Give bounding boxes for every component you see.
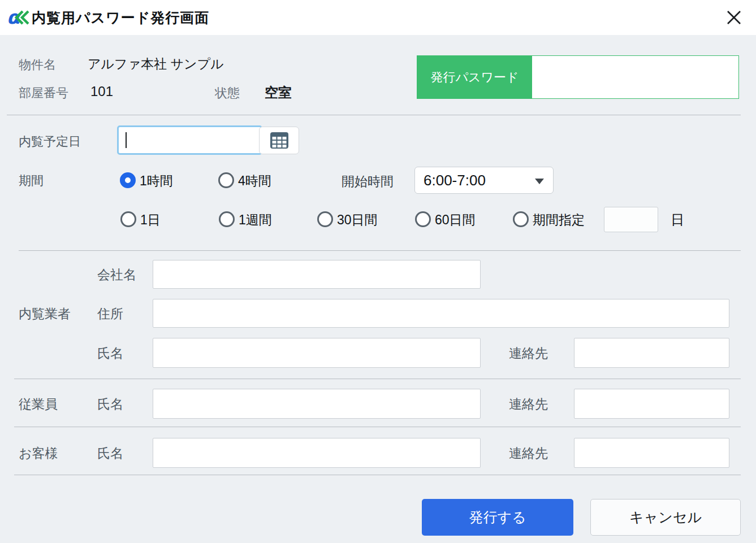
agent-contact-input[interactable] xyxy=(574,338,729,368)
radio-1day-label[interactable]: 1日 xyxy=(140,211,161,229)
radio-1week[interactable] xyxy=(219,211,235,227)
radio-60days[interactable] xyxy=(415,211,431,227)
employee-name-input[interactable] xyxy=(153,389,481,419)
divider xyxy=(14,379,741,379)
dropdown-caret-icon xyxy=(535,179,544,184)
agent-contact-label: 連絡先 xyxy=(509,345,548,362)
dialog-content: 物件名 アルファ本社 サンプル 部屋番号 101 状態 空室 発行パスワード 内… xyxy=(0,35,756,543)
customer-contact-input[interactable] xyxy=(574,438,729,468)
radio-30days-label[interactable]: 30日間 xyxy=(337,211,378,229)
period-label: 期間 xyxy=(19,172,44,189)
employee-contact-input[interactable] xyxy=(574,389,729,419)
title-bar: α 内覧用パスワード発行画面 xyxy=(0,0,756,35)
room-number-label: 部屋番号 xyxy=(19,85,68,102)
dialog-window: α 内覧用パスワード発行画面 物件名 アルファ本社 サンプル 部屋番号 101 … xyxy=(0,0,756,543)
window-title: 内覧用パスワード発行画面 xyxy=(32,8,209,27)
issue-button[interactable]: 発行する xyxy=(422,499,573,536)
visit-date-input[interactable] xyxy=(117,125,262,155)
address-label: 住所 xyxy=(97,305,123,323)
employee-group-label: 従業員 xyxy=(19,396,58,413)
customer-group-label: お客様 xyxy=(19,445,58,462)
radio-1hour[interactable] xyxy=(120,172,136,188)
svg-text:α: α xyxy=(7,6,21,28)
divider xyxy=(19,250,741,251)
customer-name-input[interactable] xyxy=(153,438,481,468)
property-name-value: アルファ本社 サンプル xyxy=(88,55,224,73)
radio-4hour[interactable] xyxy=(218,172,234,188)
radio-1week-label[interactable]: 1週間 xyxy=(239,211,272,229)
close-icon[interactable] xyxy=(724,8,744,28)
employee-name-label: 氏名 xyxy=(97,396,123,413)
radio-1hour-label[interactable]: 1時間 xyxy=(140,172,173,190)
company-input[interactable] xyxy=(153,260,481,289)
visit-date-label: 内覧予定日 xyxy=(19,133,81,150)
room-number-value: 101 xyxy=(90,84,113,99)
radio-30days[interactable] xyxy=(317,211,333,227)
agent-name-input[interactable] xyxy=(153,338,481,368)
customer-contact-label: 連絡先 xyxy=(509,445,548,462)
issued-password-group: 発行パスワード xyxy=(417,55,739,99)
start-time-value: 6:00-7:00 xyxy=(424,172,486,189)
radio-1day[interactable] xyxy=(120,211,136,227)
property-name-label: 物件名 xyxy=(19,57,56,73)
radio-custom-period-label[interactable]: 期間指定 xyxy=(533,211,585,229)
text-cursor xyxy=(126,132,127,148)
issued-password-label: 発行パスワード xyxy=(417,56,532,98)
company-label: 会社名 xyxy=(97,266,136,284)
divider xyxy=(14,427,741,427)
status-label: 状態 xyxy=(215,85,240,102)
address-input[interactable] xyxy=(153,299,729,328)
customer-name-label: 氏名 xyxy=(97,445,123,462)
custom-days-input[interactable] xyxy=(604,207,658,232)
divider xyxy=(14,475,741,475)
divider xyxy=(7,115,741,115)
cancel-button[interactable]: キャンセル xyxy=(590,499,741,536)
start-time-select[interactable]: 6:00-7:00 xyxy=(414,167,554,194)
radio-4hour-label[interactable]: 4時間 xyxy=(238,172,271,190)
agent-group-label: 内覧業者 xyxy=(19,305,71,323)
employee-contact-label: 連絡先 xyxy=(509,396,548,413)
start-time-label: 開始時間 xyxy=(342,173,394,190)
radio-60days-label[interactable]: 60日間 xyxy=(435,211,476,229)
logo-alpha-icon: α xyxy=(7,6,31,31)
radio-custom-period[interactable] xyxy=(513,211,529,227)
issued-password-field[interactable] xyxy=(532,56,738,98)
status-value: 空室 xyxy=(265,84,292,102)
calendar-icon[interactable] xyxy=(259,127,299,154)
custom-days-unit: 日 xyxy=(671,211,684,229)
agent-name-label: 氏名 xyxy=(97,345,123,362)
